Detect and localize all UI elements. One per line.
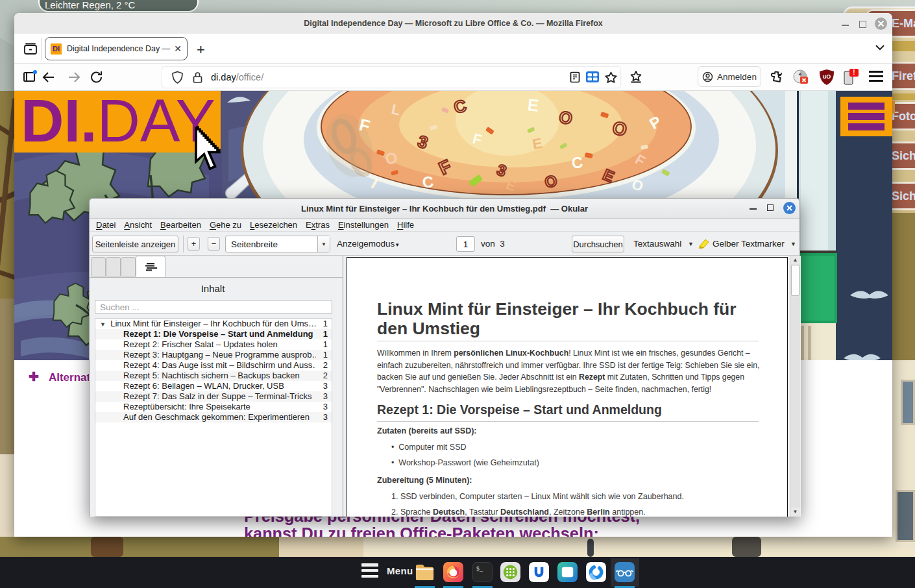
- svg-text:E: E: [526, 95, 539, 116]
- svg-text:$_: $_: [476, 565, 483, 572]
- svg-text:uO: uO: [823, 73, 831, 80]
- svg-text:!: !: [853, 69, 855, 76]
